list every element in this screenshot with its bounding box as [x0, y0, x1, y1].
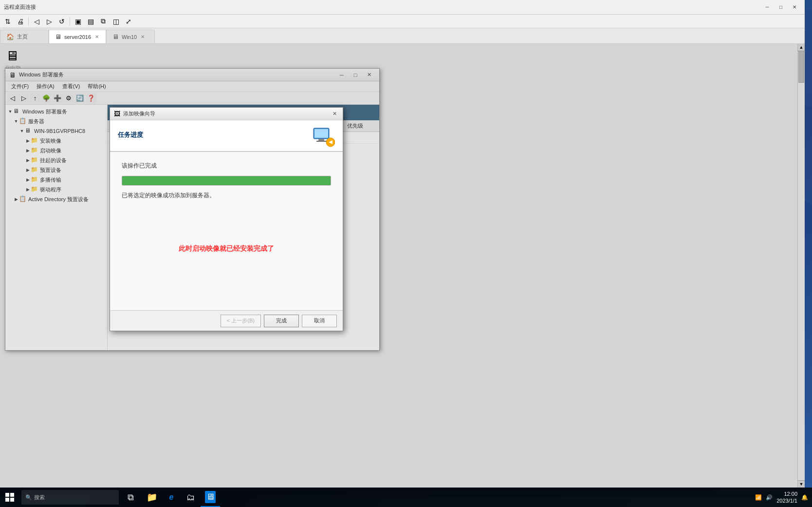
search-placeholder: 搜索	[34, 494, 45, 501]
taskbar-task-view[interactable]: ⧉	[121, 488, 140, 507]
rd-toolbar: ⇅ 🖨 ◁ ▷ ↺ ▣ ▤ ⧉ ◫ ⤢	[0, 15, 805, 28]
tab-server2016-label: server2016	[64, 34, 91, 40]
taskbar: 🔍 搜索 ⧉ 📁 e 🗂 🖥 📶 🔊	[0, 488, 812, 507]
rd-titlebar: 远程桌面连接 ─ □ ✕	[0, 0, 805, 15]
dialog-annotation-text: 此时启动映像就已经安装完成了	[122, 244, 331, 253]
dialog-header-icon	[312, 124, 335, 148]
rd-close-button[interactable]: ✕	[788, 2, 801, 12]
server2016-tab-icon: 🖥	[55, 33, 61, 40]
taskbar-edge[interactable]: e	[162, 488, 181, 507]
rd-title-text: 远程桌面连接	[4, 3, 761, 11]
windows-start-icon	[5, 493, 14, 502]
dialog-header-title: 任务进度	[118, 131, 304, 139]
edge-icon: e	[169, 493, 174, 502]
taskbar-file-explorer[interactable]: 📁	[142, 488, 162, 507]
dialog-title-text: 添加映像向导	[123, 110, 330, 117]
layout1-button[interactable]: ▣	[72, 16, 84, 27]
back-button[interactable]: < 上一步(B)	[221, 315, 261, 327]
dialog-title-icon: 🖼	[114, 110, 120, 117]
taskbar-server-manager[interactable]: 🖥	[201, 488, 220, 507]
tab-home[interactable]: 🏠 主页	[0, 30, 49, 43]
toolbar-separator-2	[70, 17, 70, 26]
dialog-header: 任务进度	[110, 120, 343, 152]
tab-win10-label: Win10	[122, 34, 137, 40]
tab-win10[interactable]: 🖥 Win10 ✕	[106, 30, 155, 43]
layout4-button[interactable]: ◫	[110, 16, 122, 27]
rd-maximize-button[interactable]: □	[775, 2, 787, 12]
svg-rect-18	[10, 498, 14, 502]
rd-title-buttons: ─ □ ✕	[761, 2, 801, 12]
tab-win10-close[interactable]: ✕	[140, 33, 146, 40]
network-icon[interactable]: 📶	[755, 494, 762, 501]
svg-rect-16	[10, 493, 14, 497]
svg-rect-10	[314, 129, 328, 138]
rd-content: 🖥 此电脑 🖥 Windows 部署服务 ─ □ ✕ 文件(F)	[0, 44, 805, 488]
svg-rect-15	[5, 493, 9, 497]
cancel-button[interactable]: 取消	[302, 315, 337, 327]
fit-button[interactable]: ⤢	[123, 16, 134, 27]
forward-button[interactable]: ▷	[43, 16, 55, 27]
toolbar-separator-1	[28, 17, 29, 26]
wizard-icon-svg	[312, 124, 335, 148]
tray-time[interactable]: 12:00 2023/1/1	[776, 490, 797, 505]
tab-server2016[interactable]: 🖥 server2016 ✕	[49, 30, 106, 43]
svg-rect-17	[5, 498, 9, 502]
task-view-icon: ⧉	[128, 492, 134, 503]
volume-icon[interactable]: 🔊	[766, 494, 773, 501]
layout2-button[interactable]: ▤	[85, 16, 96, 27]
taskbar-items: 📁 e 🗂 🖥	[142, 488, 220, 507]
rd-tabs: 🏠 主页 🖥 server2016 ✕ 🖥 Win10 ✕	[0, 28, 805, 44]
taskbar-start-button[interactable]	[0, 488, 19, 507]
svg-rect-11	[318, 139, 324, 141]
taskbar-search-box[interactable]: 🔍 搜索	[21, 490, 119, 505]
taskbar-tray: 📶 🔊 12:00 2023/1/1 🔔	[751, 490, 812, 505]
tab-home-label: 主页	[17, 33, 28, 40]
dialog-status-text: 该操作已完成	[122, 162, 331, 170]
rd-minimize-button[interactable]: ─	[761, 2, 774, 12]
win10-tab-icon: 🖥	[112, 33, 119, 40]
dialog-footer: < 上一步(B) 完成 取消	[110, 310, 343, 331]
file-explorer-icon: 📁	[147, 492, 157, 503]
search-icon: 🔍	[25, 494, 32, 501]
print-button[interactable]: 🖨	[15, 16, 26, 27]
flip-button[interactable]: ⇅	[2, 16, 14, 27]
server-manager-icon: 🖥	[205, 491, 216, 503]
refresh-button[interactable]: ↺	[56, 16, 68, 27]
file-manager-icon: 🗂	[186, 492, 195, 503]
dialog-close-button[interactable]: ✕	[330, 110, 339, 118]
clock-date: 2023/1/1	[776, 497, 797, 504]
tab-server2016-close[interactable]: ✕	[94, 33, 100, 40]
taskbar-file-manager[interactable]: 🗂	[181, 488, 201, 507]
progress-bar-container	[122, 176, 331, 186]
layout3-button[interactable]: ⧉	[97, 16, 109, 27]
dialog-success-text: 已将选定的映像成功添加到服务器。	[122, 191, 331, 200]
remote-desktop-app: 远程桌面连接 ─ □ ✕ ⇅ 🖨 ◁ ▷ ↺ ▣ ▤ ⧉ ◫ ⤢ 🏠	[0, 0, 805, 488]
dialog-overlay: 🖼 添加映像向导 ✕ 任务进度	[0, 44, 805, 488]
add-image-wizard-dialog: 🖼 添加映像向导 ✕ 任务进度	[110, 107, 343, 331]
dialog-titlebar: 🖼 添加映像向导 ✕	[110, 108, 343, 120]
svg-rect-12	[316, 141, 326, 142]
tab-home-close[interactable]	[31, 36, 33, 38]
back-button[interactable]: ◁	[31, 16, 42, 27]
progress-bar-fill	[122, 176, 331, 185]
dialog-header-text-area: 任务进度	[118, 131, 304, 141]
dialog-content: 该操作已完成 已将选定的映像成功添加到服务器。 此时启动映像就已经安装完成了	[110, 152, 343, 310]
notification-icon[interactable]: 🔔	[801, 494, 808, 501]
home-tab-icon: 🏠	[6, 33, 14, 40]
desktop: 远程桌面连接 ─ □ ✕ ⇅ 🖨 ◁ ▷ ↺ ▣ ▤ ⧉ ◫ ⤢ 🏠	[0, 0, 812, 507]
clock-time: 12:00	[776, 490, 797, 497]
finish-button[interactable]: 完成	[264, 315, 299, 327]
